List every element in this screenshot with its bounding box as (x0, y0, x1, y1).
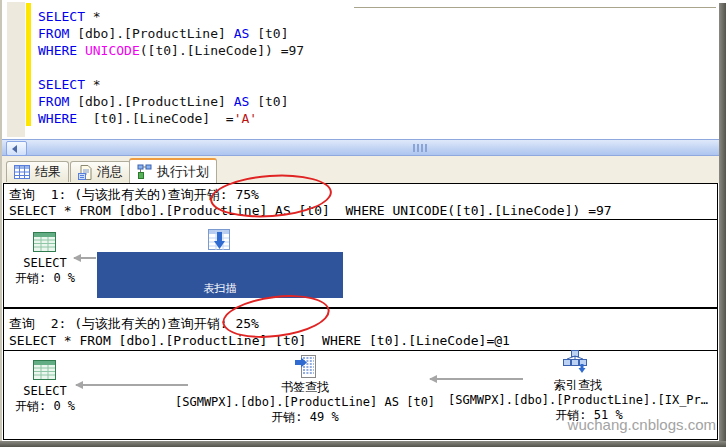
select-result-icon[interactable] (33, 232, 56, 252)
select-result-icon[interactable] (33, 360, 56, 380)
sql-code-line: WHERE [t0].[LineCode] ='A' (38, 110, 304, 127)
query2-header: 查询 2: (与该批有关的)查询开销: 25% (9, 315, 259, 333)
bookmark-lookup-icon[interactable] (295, 355, 316, 378)
window-left-edge (0, 0, 2, 447)
index-seek-object: [SGMWPX].[dbo].[ProductLine].[IX_Pr… (445, 393, 711, 407)
plan-arrow (76, 384, 188, 386)
separator-line (4, 350, 717, 351)
index-seek-icon[interactable] (562, 350, 587, 373)
sql-code-line: SELECT * (38, 76, 304, 93)
tab-messages-label: 消息 (97, 163, 123, 181)
execution-plan-icon (137, 164, 152, 179)
plan-arrow (430, 378, 523, 380)
changed-lines-bar (26, 3, 31, 126)
results-tabbar: 结果 消息 执行计划 (2, 156, 719, 183)
sql-code-line: FROM [dbo].[ProductLine] AS [t0] (38, 25, 304, 42)
editor-gutter (7, 2, 25, 137)
tab-results[interactable]: 结果 (6, 161, 69, 182)
tab-execution-plan-label: 执行计划 (157, 163, 209, 181)
sql-code-line: FROM [dbo].[ProductLine] AS [t0] (38, 93, 304, 110)
horizontal-scrollbar[interactable] (2, 139, 719, 156)
query1-select-cost: 开销: 0 % (1, 270, 89, 287)
bookmark-lookup-cost: 开销: 49 % (255, 409, 355, 426)
tab-execution-plan[interactable]: 执行计划 (129, 158, 217, 183)
tab-messages[interactable]: 消息 (70, 161, 131, 182)
table-scan-icon[interactable] (208, 229, 230, 250)
sql-code-line (38, 59, 304, 76)
window-right-edge (719, 3, 726, 447)
editor-top-rule (354, 7, 716, 8)
sql-code-line: SELECT * (38, 8, 304, 25)
window-bottom-edge (0, 441, 726, 447)
index-seek-label[interactable]: 索引查找 (530, 377, 626, 394)
scroll-left-button[interactable] (6, 141, 27, 156)
sql-code[interactable]: SELECT *FROM [dbo].[ProductLine] AS [t0]… (38, 8, 304, 127)
plan-arrow (74, 257, 96, 259)
table-scan-node-selected[interactable]: 表扫描 [SGMWPX].[dbo].[ProductLine] AS [t0]… (97, 252, 343, 298)
left-arrow-icon (12, 145, 17, 153)
separator-line (4, 219, 717, 220)
sql-code-line: WHERE UNICODE([t0].[LineCode]) =97 (38, 42, 304, 59)
results-grid-icon (14, 165, 30, 179)
splitter-grip[interactable] (413, 144, 429, 152)
messages-icon (78, 165, 92, 180)
tab-results-label: 结果 (35, 163, 61, 181)
query2-select-cost: 开销: 0 % (1, 398, 89, 415)
query-divider (4, 307, 717, 309)
sql-editor[interactable]: SELECT *FROM [dbo].[ProductLine] AS [t0]… (2, 0, 719, 139)
table-scan-label: 表扫描 (97, 282, 343, 296)
ssms-query-window: SELECT *FROM [dbo].[ProductLine] AS [t0]… (0, 0, 726, 447)
bookmark-lookup-label[interactable]: 书签查找 (255, 379, 355, 396)
watermark-text: wuchang.cnblogs.com (540, 416, 716, 433)
bookmark-lookup-object: [SGMWPX].[dbo].[ProductLine] AS [t0] (175, 395, 435, 409)
